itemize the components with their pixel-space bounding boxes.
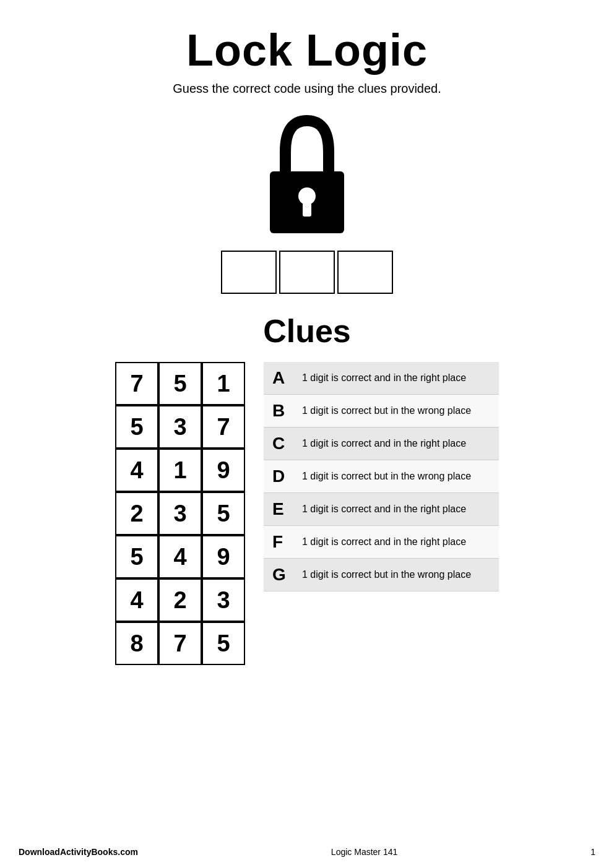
code-cell-1-0: 5 (115, 405, 158, 449)
clue-item-a: A1 digit is correct and in the right pla… (264, 362, 499, 395)
code-cell-4-1: 4 (158, 535, 202, 578)
lock-icon (251, 114, 363, 238)
code-cell-6-2: 5 (202, 622, 245, 665)
code-cell-1-1: 3 (158, 405, 202, 449)
clue-text-c: 1 digit is correct and in the right plac… (302, 438, 466, 449)
code-cell-6-1: 7 (158, 622, 202, 665)
code-cell-2-0: 4 (115, 449, 158, 492)
clue-list: A1 digit is correct and in the right pla… (264, 362, 499, 591)
clue-letter-g: G (272, 565, 295, 585)
answer-box-1[interactable] (221, 251, 277, 294)
answer-box-3[interactable] (337, 251, 393, 294)
code-cell-4-0: 5 (115, 535, 158, 578)
code-cell-3-1: 3 (158, 492, 202, 535)
clue-item-g: G1 digit is correct but in the wrong pla… (264, 559, 499, 591)
clue-letter-d: D (272, 466, 295, 486)
page: Lock Logic Guess the correct code using … (0, 0, 614, 868)
clue-letter-f: F (272, 532, 295, 552)
code-grid: 751537419235549423875 (115, 362, 245, 665)
clue-letter-a: A (272, 368, 295, 388)
code-cell-3-2: 5 (202, 492, 245, 535)
clue-text-g: 1 digit is correct but in the wrong plac… (302, 569, 471, 580)
clue-item-e: E1 digit is correct and in the right pla… (264, 493, 499, 526)
code-cell-0-2: 1 (202, 362, 245, 405)
clue-item-f: F1 digit is correct and in the right pla… (264, 526, 499, 559)
clue-text-d: 1 digit is correct but in the wrong plac… (302, 471, 471, 482)
footer: DownloadActivityBooks.com Logic Master 1… (0, 847, 614, 857)
clue-text-a: 1 digit is correct and in the right plac… (302, 372, 466, 384)
code-row-5: 423 (115, 578, 245, 622)
page-title: Lock Logic (186, 25, 428, 75)
svg-point-1 (298, 187, 316, 205)
clue-item-b: B1 digit is correct but in the wrong pla… (264, 395, 499, 428)
footer-right: 1 (590, 847, 595, 857)
code-cell-0-1: 5 (158, 362, 202, 405)
answer-box-2[interactable] (279, 251, 335, 294)
clues-section: 751537419235549423875 A1 digit is correc… (37, 362, 577, 665)
code-cell-5-0: 4 (115, 578, 158, 622)
code-row-1: 537 (115, 405, 245, 449)
code-row-4: 549 (115, 535, 245, 578)
lock-icon-container (251, 114, 363, 238)
clue-item-c: C1 digit is correct and in the right pla… (264, 428, 499, 460)
code-cell-0-0: 7 (115, 362, 158, 405)
code-cell-5-1: 2 (158, 578, 202, 622)
clue-text-f: 1 digit is correct and in the right plac… (302, 536, 466, 548)
footer-center: Logic Master 141 (331, 847, 397, 857)
code-row-0: 751 (115, 362, 245, 405)
clue-text-b: 1 digit is correct but in the wrong plac… (302, 405, 471, 416)
answer-boxes (220, 251, 394, 294)
page-subtitle: Guess the correct code using the clues p… (173, 82, 441, 96)
clue-letter-c: C (272, 434, 295, 453)
code-cell-2-2: 9 (202, 449, 245, 492)
clue-item-d: D1 digit is correct but in the wrong pla… (264, 460, 499, 493)
code-cell-3-0: 2 (115, 492, 158, 535)
code-cell-4-2: 9 (202, 535, 245, 578)
clue-letter-e: E (272, 499, 295, 519)
clues-title: Clues (263, 312, 351, 350)
clue-letter-b: B (272, 401, 295, 421)
svg-rect-2 (303, 203, 311, 217)
code-row-2: 419 (115, 449, 245, 492)
code-cell-5-2: 3 (202, 578, 245, 622)
code-cell-1-2: 7 (202, 405, 245, 449)
footer-left: DownloadActivityBooks.com (19, 847, 138, 857)
code-cell-6-0: 8 (115, 622, 158, 665)
code-row-6: 875 (115, 622, 245, 665)
code-row-3: 235 (115, 492, 245, 535)
clue-text-e: 1 digit is correct and in the right plac… (302, 504, 466, 515)
code-cell-2-1: 1 (158, 449, 202, 492)
